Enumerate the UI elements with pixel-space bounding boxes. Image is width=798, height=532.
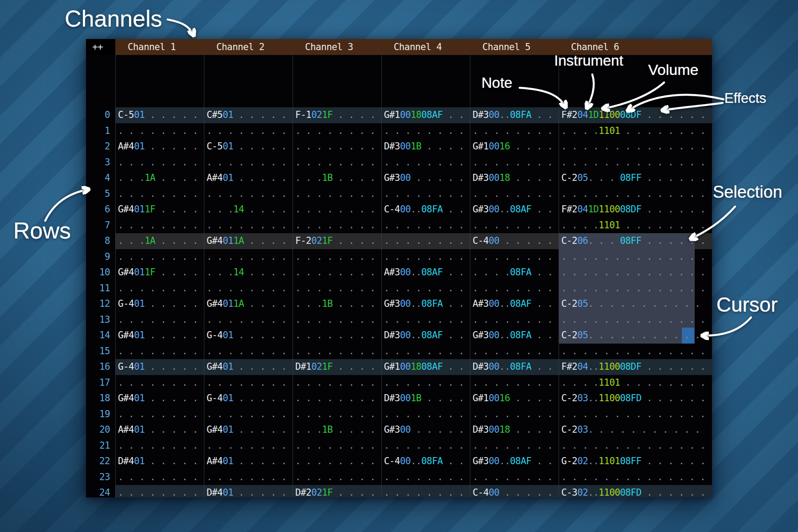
pattern-cell-r17-ch2[interactable]: . . . . . . . . (204, 375, 293, 391)
pattern-cell-r9-ch4[interactable]: . . . . . . . . (381, 249, 470, 265)
pattern-grid[interactable]: 0C-501 . . . . .C#501 . . . . .F-1021F .… (86, 107, 712, 497)
pattern-cell-r1-ch1[interactable]: . . . . . . . . (115, 123, 204, 139)
pattern-cell-r18-ch3[interactable]: . . . . . . . . (293, 391, 381, 407)
pattern-cell-r10-ch1[interactable]: G#4011F . . . . (115, 265, 204, 281)
pattern-cell-r7-ch2[interactable]: . . . . . . . . (204, 218, 293, 234)
pattern-cell-r15-ch5[interactable]: . . . . . . . . (470, 344, 559, 360)
pattern-cell-r15-ch6[interactable]: . . . . . . . . . . . . . . (559, 344, 712, 360)
pattern-cell-r5-ch4[interactable]: . . . . . . . . (381, 186, 470, 202)
pattern-cell-r23-ch4[interactable]: . . . . . . . . (381, 469, 470, 485)
pattern-cell-r6-ch2[interactable]: . . .14 . . . . (204, 202, 293, 218)
pattern-cell-r6-ch1[interactable]: G#4011F . . . . (115, 202, 204, 218)
pattern-cell-r7-ch6[interactable]: . . . .1101 . . . . . . . . (559, 218, 712, 234)
pattern-cell-r11-ch2[interactable]: . . . . . . . . (204, 281, 293, 297)
pattern-cell-r0-ch1[interactable]: C-501 . . . . . (115, 107, 204, 123)
pattern-cell-r21-ch3[interactable]: . . . . . . . . (293, 438, 381, 454)
pattern-cell-r0-ch2[interactable]: C#501 . . . . . (204, 107, 293, 123)
pattern-cell-r8-ch4[interactable]: . . . . . . . . (381, 233, 470, 249)
pattern-cell-r23-ch3[interactable]: . . . . . . . . (293, 469, 381, 485)
pattern-cell-r10-ch6[interactable]: . . . . . . . . . . . . . . (559, 265, 712, 281)
pattern-cell-r4-ch1[interactable]: . . .1A . . . . (115, 170, 204, 186)
pattern-cell-r3-ch5[interactable]: . . . . . . . . (470, 155, 559, 171)
pattern-cell-r24-ch3[interactable]: D#2021F . . . . (293, 485, 381, 497)
pattern-cell-r22-ch1[interactable]: D#401 . . . . . (115, 454, 204, 469)
pattern-cell-r10-ch3[interactable]: . . . . . . . . (293, 265, 381, 281)
pattern-cell-r1-ch6[interactable]: . . . .1101 . . . . . . . . (559, 123, 712, 139)
pattern-cell-r23-ch2[interactable]: . . . . . . . . (204, 469, 293, 485)
pattern-cell-r1-ch2[interactable]: . . . . . . . . (204, 123, 293, 139)
pattern-cell-r6-ch3[interactable]: . . . . . . . . (293, 202, 381, 218)
pattern-cell-r12-ch3[interactable]: . . .1B . . . . (293, 296, 381, 312)
pattern-cell-r2-ch3[interactable]: . . . . . . . . (293, 139, 381, 155)
pattern-cell-r4-ch4[interactable]: G#300 . . . . . (381, 170, 470, 186)
pattern-cell-r12-ch2[interactable]: G#4011A . . . . (204, 296, 293, 312)
pattern-cell-r17-ch1[interactable]: . . . . . . . . (115, 375, 204, 391)
pattern-cell-r19-ch3[interactable]: . . . . . . . . (293, 407, 381, 422)
pattern-cell-r5-ch2[interactable]: . . . . . . . . (204, 186, 293, 202)
pattern-cell-r12-ch1[interactable]: G-401 . . . . . (115, 296, 204, 312)
pattern-cell-r2-ch1[interactable]: A#401 . . . . . (115, 139, 204, 155)
channel-header-3[interactable]: Channel 3 (293, 39, 381, 55)
pattern-cell-r7-ch4[interactable]: . . . . . . . . (381, 218, 470, 234)
tracker-pattern-editor[interactable]: ++Channel 1Channel 2Channel 3Channel 4Ch… (86, 39, 712, 497)
pattern-cell-r24-ch4[interactable]: . . . . . . . . (381, 485, 470, 497)
pattern-cell-r3-ch4[interactable]: . . . . . . . . (381, 155, 470, 171)
pattern-cell-r11-ch1[interactable]: . . . . . . . . (115, 281, 204, 297)
pattern-cell-r20-ch1[interactable]: A#401 . . . . . (115, 422, 204, 438)
pattern-cell-r13-ch4[interactable]: . . . . . . . . (381, 312, 470, 328)
pattern-cell-r19-ch2[interactable]: . . . . . . . . (204, 407, 293, 422)
pattern-cell-r18-ch4[interactable]: D#3001B . . . . (381, 391, 470, 407)
pattern-cell-r6-ch5[interactable]: G#300..08AF . . (470, 202, 559, 218)
pattern-cell-r2-ch4[interactable]: D#3001B . . . . (381, 139, 470, 155)
pattern-cell-r15-ch2[interactable]: . . . . . . . . (204, 344, 293, 360)
pattern-cell-r21-ch5[interactable]: . . . . . . . . (470, 438, 559, 454)
pattern-cell-r22-ch6[interactable]: G-202..110108FF . . . . . . (559, 454, 712, 469)
pattern-cell-r9-ch5[interactable]: . . . . . . . . (470, 249, 559, 265)
pattern-cell-r21-ch4[interactable]: . . . . . . . . (381, 438, 470, 454)
pattern-cell-r18-ch2[interactable]: G-401 . . . . . (204, 391, 293, 407)
pattern-cell-r11-ch4[interactable]: . . . . . . . . (381, 281, 470, 297)
pattern-cell-r14-ch3[interactable]: . . . . . . . . (293, 328, 381, 344)
pattern-cell-r23-ch5[interactable]: . . . . . . . . (470, 469, 559, 485)
pattern-cell-r13-ch1[interactable]: . . . . . . . . (115, 312, 204, 328)
pattern-cell-r2-ch5[interactable]: G#10016 . . . . (470, 139, 559, 155)
pattern-cell-r20-ch6[interactable]: C-203. . . . . . . . . . . (559, 422, 712, 438)
pattern-cell-r20-ch2[interactable]: G#401 . . . . . (204, 422, 293, 438)
pattern-cell-r5-ch3[interactable]: . . . . . . . . (293, 186, 381, 202)
pattern-cell-r9-ch2[interactable]: . . . . . . . . (204, 249, 293, 265)
pattern-cell-r7-ch5[interactable]: . . . . . . . . (470, 218, 559, 234)
pattern-cell-r2-ch6[interactable]: . . . . . . . . . . . . . . (559, 139, 712, 155)
pattern-cell-r16-ch5[interactable]: D#300..08FA . . (470, 359, 559, 375)
pattern-cell-r8-ch6[interactable]: C-206. . . 08FF . . . . . . (559, 233, 712, 249)
pattern-cell-r17-ch4[interactable]: . . . . . . . . (381, 375, 470, 391)
pattern-cell-r21-ch6[interactable]: . . . . . . . . . . . . . . (559, 438, 712, 454)
pattern-cell-r1-ch3[interactable]: . . . . . . . . (293, 123, 381, 139)
pattern-cell-r11-ch6[interactable]: . . . . . . . . . . . . . . (559, 281, 712, 297)
pattern-cell-r18-ch5[interactable]: G#10016 . . . . (470, 391, 559, 407)
pattern-cell-r4-ch6[interactable]: C-205. . . 08FF . . . . . . (559, 170, 712, 186)
pattern-cell-r23-ch1[interactable]: . . . . . . . . (115, 469, 204, 485)
pattern-cell-r0-ch4[interactable]: G#1001808AF . . (381, 107, 470, 123)
channel-header-1[interactable]: Channel 1 (115, 39, 204, 55)
pattern-cell-r13-ch6[interactable]: . . . . . . . . . . . . . . (559, 312, 712, 328)
pattern-cell-r19-ch1[interactable]: . . . . . . . . (115, 407, 204, 422)
pattern-cell-r20-ch3[interactable]: . . .1B . . . . (293, 422, 381, 438)
pattern-cell-r5-ch1[interactable]: . . . . . . . . (115, 186, 204, 202)
pattern-cell-r16-ch6[interactable]: F#204..110008DF . . . . . . (559, 359, 712, 375)
pattern-cell-r6-ch4[interactable]: C-400..08FA . . (381, 202, 470, 218)
pattern-cell-r22-ch5[interactable]: G#300..08AF . . (470, 454, 559, 469)
pattern-cell-r11-ch3[interactable]: . . . . . . . . (293, 281, 381, 297)
pattern-cell-r10-ch2[interactable]: . . .14 . . . . (204, 265, 293, 281)
pattern-cell-r17-ch6[interactable]: . . . .1101 . . . . . . . . (559, 375, 712, 391)
pattern-cell-r0-ch6[interactable]: F#2041D110008DF . . . . . . (559, 107, 712, 123)
pattern-cell-r21-ch1[interactable]: . . . . . . . . (115, 438, 204, 454)
pattern-cell-r0-ch3[interactable]: F-1021F . . . . (293, 107, 381, 123)
channel-header-2[interactable]: Channel 2 (204, 39, 293, 55)
pattern-cell-r4-ch3[interactable]: . . .1B . . . . (293, 170, 381, 186)
pattern-cell-r19-ch5[interactable]: . . . . . . . . (470, 407, 559, 422)
pattern-cell-r8-ch2[interactable]: G#4011A . . . . (204, 233, 293, 249)
pattern-cell-r22-ch3[interactable]: . . . . . . . . (293, 454, 381, 469)
pattern-cell-r12-ch6[interactable]: C-205. . . . . . . . . . . (559, 296, 712, 312)
pattern-cell-r8-ch3[interactable]: F-2021F . . . . (293, 233, 381, 249)
pattern-cell-r23-ch6[interactable]: . . . . . . . . . . . . . . (559, 469, 712, 485)
